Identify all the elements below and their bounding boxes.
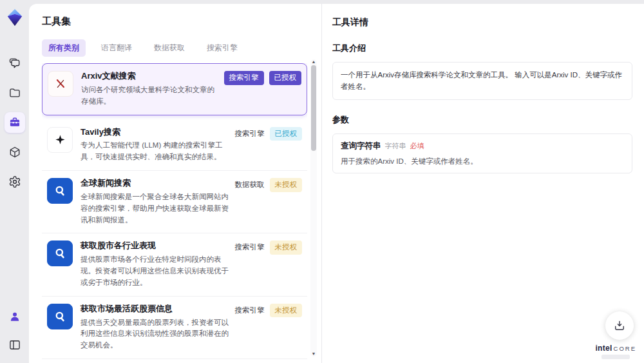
param-name: 查询字符串 xyxy=(341,141,381,152)
tool-list: Arxiv文献搜索 访问各个研究领域大量科学论文和文章的存储库。 搜索引擎 已授… xyxy=(42,63,307,363)
app-logo-icon[interactable] xyxy=(5,8,24,27)
tab-item[interactable]: 搜索引擎 xyxy=(200,39,244,57)
intro-section-title: 工具介绍 xyxy=(332,43,632,54)
tool-description: 提供股票市场各个行业在特定时间段内的表现。投资者可以利用这些信息来识别表现优于或… xyxy=(80,254,231,288)
category-tag: 搜索引擎 xyxy=(224,71,264,85)
user-avatar-icon[interactable] xyxy=(5,306,25,327)
tool-name: Tavily搜索 xyxy=(80,127,231,138)
arxiv-icon xyxy=(48,71,73,97)
category-tag: 搜索引擎 xyxy=(235,127,265,141)
scroll-down-icon[interactable]: ▼ xyxy=(312,351,316,357)
brand-subline xyxy=(601,355,630,359)
tab-label: 所有类别 xyxy=(48,43,79,52)
params-list: 查询字符串 字符串 必填 用于搜索的Arxiv ID、关键字或作者姓名。 xyxy=(341,141,624,166)
chat-icon[interactable] xyxy=(5,53,25,74)
tab-label: 语言翻译 xyxy=(101,43,132,52)
tool-description: 全球新闻搜索是一个聚合全球各大新闻网站内容的搜索引擎，帮助用户快速获取全球最新资… xyxy=(80,191,231,226)
news-icon xyxy=(47,304,73,329)
intro-text: 一个用于从Arxiv存储库搜索科学论文和文章的工具。 输入可以是Arxiv ID… xyxy=(341,69,624,93)
download-icon xyxy=(613,319,626,332)
params-box: 查询字符串 字符串 必填 用于搜索的Arxiv ID、关键字或作者姓名。 xyxy=(332,133,632,173)
detail-panel: 工具详情 工具介绍 一个用于从Arxiv存储库搜索科学论文和文章的工具。 输入可… xyxy=(322,4,644,363)
params-section-title: 参数 xyxy=(332,114,632,126)
brand-secondary: CORE xyxy=(614,345,636,352)
tab-label: 数据获取 xyxy=(154,43,185,52)
app-window: 工具集 所有类别语言翻译数据获取搜索引擎 Arxiv文献搜索 访问各个研究领域大… xyxy=(0,0,644,363)
auth-status-badge: 已授权 xyxy=(269,71,302,85)
tool-list-item[interactable]: Arxiv文献搜索 访问各个研究领域大量科学论文和文章的存储库。 搜索引擎 已授… xyxy=(42,63,307,115)
tool-name: 获取市场最活跃股票信息 xyxy=(80,304,231,315)
category-tag: 搜索引擎 xyxy=(235,240,265,255)
tool-list-item[interactable]: 万维地区新闻查询 查询具体行政区划内的新闻，快速了解各地新闻动态 搜索引擎 未授… xyxy=(42,359,307,363)
param-type: 字符串 xyxy=(385,141,406,151)
tool-list-item[interactable]: Tavily搜索 专为人工智能代理 (LLM) 构建的搜索引擎工具，可快速提供实… xyxy=(42,120,307,172)
news-icon xyxy=(47,240,73,266)
auth-status-badge: 未授权 xyxy=(270,240,303,255)
folder-icon[interactable] xyxy=(5,83,25,103)
settings-gear-icon[interactable] xyxy=(5,172,25,192)
brand-primary: intel xyxy=(595,344,612,353)
param-description: 用于搜索的Arxiv ID、关键字或作者姓名。 xyxy=(341,157,624,166)
scroll-up-icon[interactable]: ▲ xyxy=(312,59,316,64)
auth-status-badge: 已授权 xyxy=(270,127,303,141)
tool-list-panel: 工具集 所有类别语言翻译数据获取搜索引擎 Arxiv文献搜索 访问各个研究领域大… xyxy=(29,4,322,363)
tool-list-item[interactable]: 全球新闻搜索 全球新闻搜索是一个聚合全球各大新闻网站内容的搜索引擎，帮助用户快速… xyxy=(42,171,307,233)
auth-status-badge: 未授权 xyxy=(270,178,303,192)
tool-list-item[interactable]: 获取市场最活跃股票信息 提供当天交易量最高的股票列表，投资者可以利用这些信息来识… xyxy=(42,297,307,359)
tool-description: 提供当天交易量最高的股票列表，投资者可以利用这些信息来识别流动性强的股票和潜在的… xyxy=(80,317,231,351)
tab-item[interactable]: 数据获取 xyxy=(147,39,191,57)
category-tag: 数据获取 xyxy=(235,178,265,192)
detail-title: 工具详情 xyxy=(332,17,632,28)
package-icon[interactable] xyxy=(5,142,25,162)
param-required-badge: 必填 xyxy=(410,141,424,151)
category-tag: 搜索引擎 xyxy=(235,304,265,318)
list-scrollbar[interactable]: ▲ ▼ xyxy=(310,59,317,357)
parameter-item: 查询字符串 字符串 必填 用于搜索的Arxiv ID、关键字或作者姓名。 xyxy=(341,141,624,166)
sidebar-bottom xyxy=(5,306,25,355)
tool-name: Arxiv文献搜索 xyxy=(81,71,220,82)
tool-name: 全球新闻搜索 xyxy=(80,178,231,189)
tab-item[interactable]: 所有类别 xyxy=(42,39,86,57)
download-button[interactable] xyxy=(605,311,634,340)
auth-status-badge: 未授权 xyxy=(270,304,303,318)
panel-toggle-icon[interactable] xyxy=(5,335,25,355)
page-title: 工具集 xyxy=(42,15,307,28)
sidebar xyxy=(0,0,29,363)
tool-description: 访问各个研究领域大量科学论文和文章的存储库。 xyxy=(81,84,220,108)
tavily-icon xyxy=(47,127,73,153)
sidebar-nav xyxy=(5,53,25,192)
intro-box: 一个用于从Arxiv存储库搜索科学论文和文章的工具。 输入可以是Arxiv ID… xyxy=(332,62,632,100)
tab-label: 搜索引擎 xyxy=(207,43,238,52)
news-icon xyxy=(47,178,73,204)
tool-name: 获取股市各行业表现 xyxy=(80,240,231,251)
content-sheet: 工具集 所有类别语言翻译数据获取搜索引擎 Arxiv文献搜索 访问各个研究领域大… xyxy=(29,4,644,363)
category-tabs: 所有类别语言翻译数据获取搜索引擎 xyxy=(42,39,307,57)
tool-description: 专为人工智能代理 (LLM) 构建的搜索引擎工具，可快速提供实时、准确和真实的结… xyxy=(80,140,231,163)
toolbox-icon[interactable] xyxy=(5,112,25,133)
tool-list-item[interactable]: 获取股市各行业表现 提供股票市场各个行业在特定时间段内的表现。投资者可以利用这些… xyxy=(42,233,307,296)
scrollbar-thumb[interactable] xyxy=(311,65,316,151)
intel-core-logo: intelCORE xyxy=(595,342,636,359)
tab-item[interactable]: 语言翻译 xyxy=(95,39,138,57)
